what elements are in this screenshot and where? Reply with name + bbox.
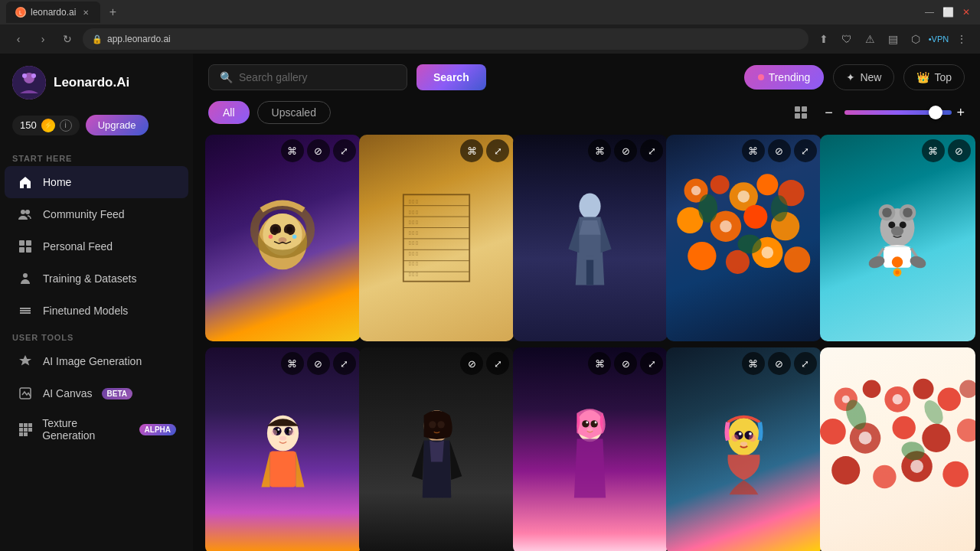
remix-btn[interactable]: ⌘ bbox=[588, 352, 611, 375]
app-container: Leonardo.Ai 150 ⚡ i Upgrade Start Here H… bbox=[0, 54, 980, 551]
zoom-in-icon[interactable]: + bbox=[956, 105, 965, 121]
svg-point-123 bbox=[913, 379, 934, 399]
forward-btn[interactable]: › bbox=[34, 30, 52, 48]
layout-icon[interactable]: ▤ bbox=[884, 30, 902, 48]
svg-point-70 bbox=[738, 191, 750, 203]
filter-upscaled[interactable]: Upscaled bbox=[257, 101, 331, 124]
svg-point-79 bbox=[883, 207, 893, 217]
crown-icon: 👑 bbox=[916, 71, 929, 83]
remix-btn[interactable]: ⌘ bbox=[742, 139, 765, 162]
maximize-btn[interactable]: ⬜ bbox=[940, 5, 956, 20]
zoom-out-icon[interactable]: − bbox=[817, 101, 840, 124]
zoom-slider[interactable] bbox=[844, 110, 952, 115]
sidebar-item-texture[interactable]: Texture Generation ALPHA bbox=[5, 409, 188, 449]
back-btn[interactable]: ‹ bbox=[9, 30, 28, 48]
svg-text:𓆀 𓇀 𓈀: 𓆀 𓇀 𓈀 bbox=[409, 219, 418, 226]
options-btn[interactable]: ⊘ bbox=[307, 352, 330, 375]
options-btn[interactable]: ⊘ bbox=[614, 139, 637, 162]
options-btn[interactable]: ⊘ bbox=[307, 139, 330, 162]
gallery-item[interactable]: 𓀀 𓁀 𓂀 𓃀 𓄀 𓅀 𓆀 𓇀 𓈀 𓉀 𓊀 𓋀 𓌀 𓍀 𓎀 𓏀 𓐀 𓑀 𓒀 𓓀 … bbox=[359, 135, 514, 341]
alert-icon[interactable]: ⚠ bbox=[861, 30, 879, 48]
remix-btn[interactable]: ⌘ bbox=[922, 139, 945, 162]
expand-btn[interactable]: ⤢ bbox=[333, 139, 356, 162]
gallery-item[interactable] bbox=[820, 347, 975, 551]
options-btn[interactable]: ⊘ bbox=[768, 139, 791, 162]
svg-point-53 bbox=[580, 193, 601, 219]
view-controls: − + bbox=[789, 101, 965, 124]
logo-text: Leonardo.Ai bbox=[54, 75, 129, 90]
search-button[interactable]: Search bbox=[416, 64, 486, 90]
refresh-btn[interactable]: ↻ bbox=[58, 30, 77, 48]
remix-btn[interactable]: ⌘ bbox=[281, 352, 304, 375]
options-btn[interactable]: ⊘ bbox=[768, 352, 791, 375]
svg-point-59 bbox=[757, 174, 779, 195]
options-btn[interactable]: ⊘ bbox=[614, 352, 637, 375]
svg-point-74 bbox=[738, 234, 762, 253]
credits-badge: 150 ⚡ i bbox=[12, 116, 80, 135]
info-icon[interactable]: i bbox=[60, 119, 72, 132]
sidebar-item-home[interactable]: Home bbox=[5, 166, 188, 198]
expand-btn[interactable]: ⤢ bbox=[486, 139, 509, 162]
gallery-item-overlay: ⌘ ⊘ ⤢ bbox=[742, 139, 817, 162]
expand-btn[interactable]: ⤢ bbox=[640, 139, 663, 162]
sidebar-item-ai-canvas[interactable]: AI Canvas BETA bbox=[5, 377, 188, 409]
expand-btn[interactable]: ⤢ bbox=[333, 352, 356, 375]
svg-rect-9 bbox=[26, 240, 31, 246]
sidebar-item-finetuned[interactable]: Finetuned Models bbox=[5, 295, 188, 327]
grid-view-icon[interactable] bbox=[789, 101, 812, 124]
expand-btn[interactable]: ⤢ bbox=[794, 139, 817, 162]
menu-icon[interactable]: ⋮ bbox=[952, 30, 971, 48]
expand-btn[interactable]: ⤢ bbox=[486, 352, 509, 375]
minimize-btn[interactable]: — bbox=[922, 5, 937, 20]
filter-all[interactable]: All bbox=[208, 101, 250, 124]
gallery-item[interactable]: ⌘ ⊘ bbox=[820, 135, 975, 341]
browser-tab-active[interactable]: L leonardo.ai ✕ bbox=[6, 2, 100, 23]
gallery-item[interactable]: ⌘ ⊘ ⤢ bbox=[666, 347, 822, 551]
remix-btn[interactable]: ⌘ bbox=[588, 139, 611, 162]
new-tab-btn[interactable]: + bbox=[103, 3, 122, 21]
gallery-item[interactable]: ⊘ ⤢ bbox=[359, 347, 514, 551]
gallery-item[interactable]: ⌘ ⊘ ⤢ bbox=[205, 135, 361, 341]
shield-icon[interactable]: 🛡 bbox=[838, 30, 856, 48]
gallery-item[interactable]: ⌘ ⊘ ⤢ bbox=[513, 347, 668, 551]
gallery-item[interactable]: ⌘ ⊘ ⤢ bbox=[666, 135, 822, 341]
search-box[interactable]: 🔍 Search gallery bbox=[208, 64, 407, 90]
expand-btn[interactable]: ⤢ bbox=[794, 352, 817, 375]
gallery-item[interactable]: ⌘ ⊘ ⤢ bbox=[205, 347, 361, 551]
remix-btn[interactable]: ⌘ bbox=[460, 139, 483, 162]
svg-rect-21 bbox=[24, 432, 28, 436]
svg-point-124 bbox=[938, 387, 961, 410]
remix-btn[interactable]: ⌘ bbox=[742, 352, 765, 375]
options-btn[interactable]: ⊘ bbox=[460, 352, 483, 375]
share-icon[interactable]: ⬆ bbox=[815, 30, 833, 48]
trending-button[interactable]: Trending bbox=[744, 65, 825, 90]
expand-btn[interactable]: ⤢ bbox=[640, 352, 663, 375]
options-btn[interactable]: ⊘ bbox=[948, 139, 971, 162]
svg-text:𓒀 𓓀 𓔀: 𓒀 𓓀 𓔀 bbox=[409, 260, 418, 267]
svg-point-72 bbox=[762, 246, 774, 259]
upgrade-button[interactable]: Upgrade bbox=[86, 115, 149, 135]
extension-icon[interactable]: ⬡ bbox=[906, 30, 925, 48]
top-button[interactable]: 👑 Top bbox=[903, 64, 965, 90]
tab-close-btn[interactable]: ✕ bbox=[80, 7, 91, 18]
sidebar-header: Leonardo.Ai bbox=[0, 66, 193, 115]
sidebar-item-personal-feed[interactable]: Personal Feed bbox=[5, 230, 188, 262]
filter-upscaled-label: Upscaled bbox=[272, 106, 316, 119]
sidebar-item-training[interactable]: Training & Datasets bbox=[5, 262, 188, 295]
svg-point-6 bbox=[21, 210, 25, 214]
remix-btn[interactable]: ⌘ bbox=[281, 139, 304, 162]
gallery-item[interactable]: ⌘ ⊘ ⤢ bbox=[513, 135, 668, 341]
zoom-thumb[interactable] bbox=[929, 106, 942, 119]
gallery-item-overlay: ⌘ ⊘ ⤢ bbox=[281, 352, 356, 375]
gallery-grid: ⌘ ⊘ ⤢ 𓀀 𓁀 𓂀 𓃀 𓄀 𓅀 𓆀 𓇀 𓈀 𓉀 𓊀 𓋀 bbox=[205, 135, 968, 551]
svg-rect-10 bbox=[19, 247, 24, 253]
sidebar-item-community-feed[interactable]: Community Feed bbox=[5, 198, 188, 230]
new-button[interactable]: ✦ New bbox=[833, 64, 894, 90]
sidebar-item-ai-image[interactable]: AI Image Generation bbox=[5, 345, 188, 377]
svg-rect-17 bbox=[19, 428, 23, 432]
gallery-item-overlay: ⌘ ⊘ bbox=[922, 139, 971, 162]
vpn-badge[interactable]: •VPN bbox=[929, 30, 948, 48]
svg-point-89 bbox=[909, 254, 928, 270]
close-btn[interactable]: ✕ bbox=[959, 5, 974, 20]
address-bar[interactable]: 🔒 app.leonardo.ai bbox=[83, 28, 808, 50]
